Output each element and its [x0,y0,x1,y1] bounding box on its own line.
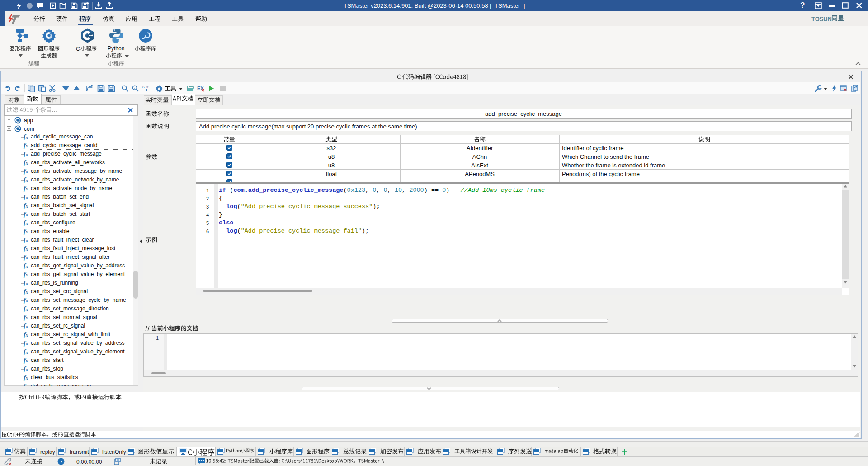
svg-text:A: A [142,85,145,89]
svg-text:π: π [146,85,149,89]
